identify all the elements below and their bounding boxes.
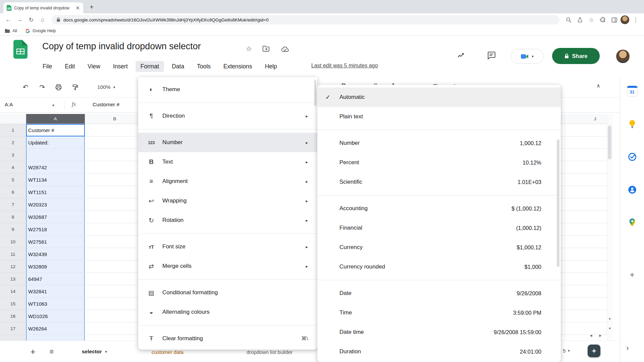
- zoom-page-icon[interactable]: [564, 15, 574, 25]
- cell-J9[interactable]: [565, 223, 607, 236]
- menu-tools[interactable]: Tools: [192, 61, 216, 72]
- format-menu-item-merge-cells[interactable]: ⇄ Merge cells ▸: [138, 256, 317, 276]
- cell-B11[interactable]: [85, 248, 145, 260]
- row-header-11[interactable]: 11: [0, 248, 26, 260]
- browser-menu-icon[interactable]: ⋮: [631, 15, 641, 25]
- forward-icon[interactable]: →: [15, 15, 25, 25]
- cell-J5[interactable]: [565, 174, 607, 186]
- cell-B3[interactable]: [85, 149, 145, 161]
- scroll-right-icon[interactable]: ▶: [598, 333, 603, 338]
- bookmark-google-help[interactable]: Google Help: [25, 28, 56, 34]
- menu-edit[interactable]: Edit: [60, 61, 80, 72]
- cell-B4[interactable]: [85, 161, 145, 174]
- add-sheet-icon[interactable]: +: [28, 346, 38, 357]
- vertical-scroll-thumb[interactable]: [608, 126, 611, 159]
- cell-A[interactable]: [26, 335, 85, 341]
- row-header-17[interactable]: 17: [0, 322, 26, 335]
- menu-insert[interactable]: Insert: [108, 61, 133, 72]
- row-header-12[interactable]: 12: [0, 260, 26, 273]
- cell-J14[interactable]: [565, 285, 607, 298]
- side-panel-icon[interactable]: [609, 15, 619, 25]
- cell-B12[interactable]: [85, 260, 145, 273]
- cell-A1[interactable]: Customer #: [26, 124, 85, 136]
- cell-A9[interactable]: W27518: [26, 223, 85, 236]
- number-menu-item-accounting[interactable]: Accounting$ (1,000.12): [317, 199, 561, 218]
- calendar-icon[interactable]: 31: [627, 86, 638, 97]
- row-header-6[interactable]: 6: [0, 186, 26, 198]
- back-icon[interactable]: ←: [3, 15, 13, 25]
- cell-A17[interactable]: W26264: [26, 322, 85, 335]
- cell-A14[interactable]: W32841: [26, 285, 85, 298]
- address-bar[interactable]: docs.google.com/spreadsheets/d/16OJsvl2u…: [52, 15, 559, 24]
- cell-J12[interactable]: [565, 260, 607, 273]
- scroll-down-icon[interactable]: ▼: [607, 326, 612, 331]
- row-header-16[interactable]: 16: [0, 310, 26, 322]
- cell-A13[interactable]: 64947: [26, 273, 85, 285]
- cell-B10[interactable]: [85, 236, 145, 248]
- row-header-8[interactable]: 8: [0, 211, 26, 223]
- column-header-B[interactable]: B: [85, 114, 145, 124]
- cell-J15[interactable]: [565, 298, 607, 310]
- share-button[interactable]: Share: [552, 48, 600, 64]
- cell-J13[interactable]: [565, 273, 607, 285]
- format-menu-item-font-size[interactable]: тT Font size ▸: [138, 237, 317, 256]
- comment-icon[interactable]: [487, 51, 496, 60]
- column-header-A[interactable]: A: [26, 114, 85, 124]
- name-box-caret-icon[interactable]: ▾: [52, 103, 54, 108]
- row-header-partial[interactable]: [0, 335, 26, 341]
- column-header-J[interactable]: J: [565, 114, 607, 124]
- sheet-tab-selector[interactable]: selector ▾: [76, 345, 112, 358]
- new-tab-button[interactable]: +: [87, 3, 96, 11]
- number-menu-item-currency-rounded[interactable]: Currency rounded$1,000: [317, 257, 561, 277]
- name-box[interactable]: A:A: [5, 102, 13, 107]
- cell-B8[interactable]: [85, 211, 145, 223]
- cell-J4[interactable]: [565, 161, 607, 174]
- sheet-tab-customer-data[interactable]: customer data: [152, 349, 183, 355]
- menu-extensions[interactable]: Extensions: [218, 61, 257, 72]
- row-header-10[interactable]: 10: [0, 236, 26, 248]
- cloud-status-icon[interactable]: [280, 46, 289, 53]
- get-addons-icon[interactable]: +: [630, 270, 634, 280]
- cell-A2[interactable]: Updated:: [26, 136, 85, 149]
- cell-B6[interactable]: [85, 186, 145, 198]
- activity-trend-icon[interactable]: [457, 51, 466, 60]
- cell-A8[interactable]: W32687: [26, 211, 85, 223]
- cell-B13[interactable]: [85, 273, 145, 285]
- cell-A10[interactable]: W27561: [26, 236, 85, 248]
- redo-icon[interactable]: ↷: [37, 82, 48, 92]
- number-menu-item-number[interactable]: Number1,000.12: [317, 133, 561, 153]
- row-header-9[interactable]: 9: [0, 223, 26, 236]
- menu-scroll-thumb[interactable]: [557, 139, 559, 267]
- format-menu-item-rotation[interactable]: ↻ Rotation ▸: [138, 210, 317, 230]
- cell-A5[interactable]: WT1134: [26, 174, 85, 186]
- cell-J8[interactable]: [565, 211, 607, 223]
- row-header-13[interactable]: 13: [0, 273, 26, 285]
- tab-close-icon[interactable]: ✕: [75, 5, 80, 11]
- cell-A7[interactable]: W20323: [26, 198, 85, 211]
- cell-A6[interactable]: WT1151: [26, 186, 85, 198]
- row-header-3[interactable]: 3: [0, 149, 26, 161]
- format-menu-item-theme[interactable]: ◐ Theme: [138, 80, 317, 99]
- number-menu-item-date[interactable]: Date9/26/2008: [317, 284, 561, 303]
- all-sheets-icon[interactable]: ≡: [46, 346, 57, 357]
- number-menu-item-automatic[interactable]: ✓Automatic: [317, 87, 561, 107]
- number-menu-item-percent[interactable]: Percent10.12%: [317, 153, 561, 172]
- cell-A16[interactable]: WD1026: [26, 310, 85, 322]
- maps-icon[interactable]: [628, 218, 636, 227]
- cell-B14[interactable]: [85, 285, 145, 298]
- format-menu-item-alternating-colours[interactable]: ◒ Alternating colours: [138, 302, 317, 322]
- number-menu-item-plain-text[interactable]: Plain text: [317, 107, 561, 126]
- menu-format[interactable]: Format: [136, 61, 164, 72]
- cell-J7[interactable]: [565, 198, 607, 211]
- row-header-14[interactable]: 14: [0, 285, 26, 298]
- cell-A4[interactable]: W28742: [26, 161, 85, 174]
- print-icon[interactable]: [53, 82, 64, 92]
- format-menu-item-conditional-formatting[interactable]: ▤ Conditional formatting: [138, 283, 317, 302]
- home-icon[interactable]: ⌂: [38, 15, 48, 25]
- cell-J10[interactable]: [565, 236, 607, 248]
- select-all-corner[interactable]: [0, 114, 26, 124]
- bookmark-folder-all[interactable]: All: [5, 28, 17, 33]
- cell-J1[interactable]: [565, 124, 607, 136]
- row-header-7[interactable]: 7: [0, 198, 26, 211]
- cell-A11[interactable]: W32439: [26, 248, 85, 260]
